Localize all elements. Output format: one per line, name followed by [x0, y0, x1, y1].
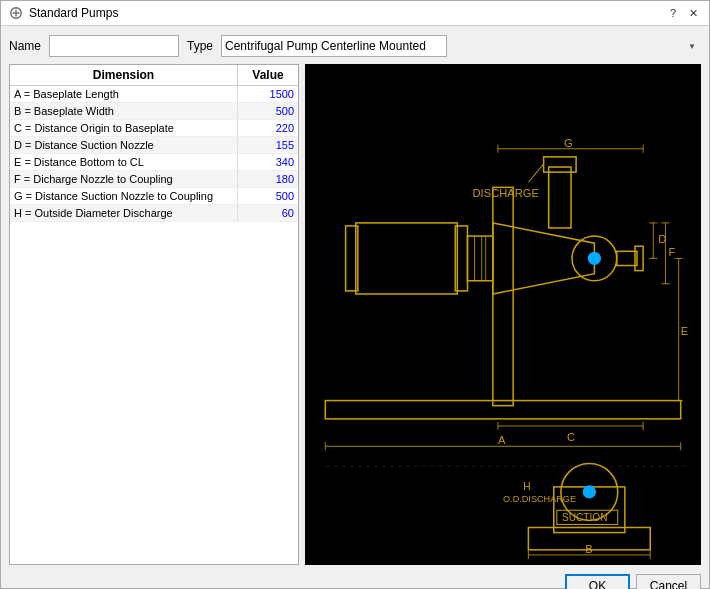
- svg-point-49: [583, 486, 595, 498]
- table-body: A = Baseplate Length 1500 B = Baseplate …: [10, 86, 298, 222]
- title-bar: Standard Pumps ? ✕: [1, 1, 709, 26]
- help-button[interactable]: ?: [665, 5, 681, 21]
- value-cell: 1500: [238, 86, 298, 102]
- table-row[interactable]: E = Distance Bottom to CL 340: [10, 154, 298, 171]
- main-window: Standard Pumps ? ✕ Name Type Centrifugal…: [0, 0, 710, 589]
- svg-text:E: E: [681, 325, 688, 337]
- svg-rect-3: [325, 401, 680, 419]
- dimensions-table: Dimension Value A = Baseplate Length 150…: [9, 64, 299, 565]
- value-cell: 180: [238, 171, 298, 187]
- diagram-panel: DISCHARGE G D: [305, 64, 701, 565]
- type-select[interactable]: Centrifugal Pump Centerline Mounted: [221, 35, 447, 57]
- svg-text:A: A: [498, 434, 506, 446]
- svg-rect-5: [356, 223, 458, 294]
- svg-rect-8: [467, 236, 492, 281]
- svg-text:B: B: [585, 543, 592, 555]
- dimension-cell: H = Outside Diameter Discharge: [10, 205, 238, 221]
- dimension-cell: F = Dicharge Nozzle to Coupling: [10, 171, 238, 187]
- title-bar-controls: ? ✕: [665, 5, 701, 21]
- table-header: Dimension Value: [10, 65, 298, 86]
- svg-text:C: C: [567, 431, 575, 443]
- svg-text:F: F: [669, 246, 676, 258]
- title-bar-left: Standard Pumps: [9, 6, 118, 20]
- top-bar: Name Type Centrifugal Pump Centerline Mo…: [9, 34, 701, 58]
- value-cell: 500: [238, 188, 298, 204]
- value-cell: 340: [238, 154, 298, 170]
- svg-text:H: H: [523, 481, 530, 492]
- name-input[interactable]: [49, 35, 179, 57]
- dimension-cell: E = Distance Bottom to CL: [10, 154, 238, 170]
- content-area: Name Type Centrifugal Pump Centerline Mo…: [1, 26, 709, 589]
- dimension-cell: A = Baseplate Length: [10, 86, 238, 102]
- table-row[interactable]: D = Distance Suction Nozzle 155: [10, 137, 298, 154]
- svg-rect-4: [493, 187, 513, 405]
- ok-button[interactable]: OK: [565, 574, 630, 589]
- svg-text:DISCHARGE: DISCHARGE: [473, 187, 539, 199]
- svg-text:G: G: [564, 137, 573, 149]
- value-cell: 60: [238, 205, 298, 221]
- table-row[interactable]: G = Distance Suction Nozzle to Coupling …: [10, 188, 298, 205]
- header-value: Value: [238, 65, 298, 85]
- svg-line-20: [528, 164, 543, 182]
- table-row[interactable]: A = Baseplate Length 1500: [10, 86, 298, 103]
- value-cell: 220: [238, 120, 298, 136]
- svg-text:O.D.DISCHARGE: O.D.DISCHARGE: [503, 494, 576, 504]
- table-row[interactable]: H = Outside Diameter Discharge 60: [10, 205, 298, 222]
- name-label: Name: [9, 39, 41, 53]
- type-label: Type: [187, 39, 213, 53]
- svg-rect-15: [617, 251, 637, 265]
- svg-rect-16: [635, 246, 643, 270]
- value-cell: 155: [238, 137, 298, 153]
- dimension-cell: G = Distance Suction Nozzle to Coupling: [10, 188, 238, 204]
- cancel-button[interactable]: Cancel: [636, 574, 701, 589]
- header-dimension: Dimension: [10, 65, 238, 85]
- type-select-wrapper: Centrifugal Pump Centerline Mounted: [221, 35, 701, 57]
- bottom-bar: OK Cancel: [9, 571, 701, 589]
- dimension-cell: C = Distance Origin to Baseplate: [10, 120, 238, 136]
- pump-diagram: DISCHARGE G D: [305, 64, 701, 565]
- pump-icon: [9, 6, 23, 20]
- value-cell: 500: [238, 103, 298, 119]
- svg-marker-12: [493, 223, 595, 294]
- close-button[interactable]: ✕: [685, 5, 701, 21]
- svg-text:SUCTION: SUCTION: [562, 512, 608, 523]
- svg-point-14: [588, 252, 600, 264]
- dimension-cell: D = Distance Suction Nozzle: [10, 137, 238, 153]
- main-content: Dimension Value A = Baseplate Length 150…: [9, 64, 701, 565]
- table-row[interactable]: F = Dicharge Nozzle to Coupling 180: [10, 171, 298, 188]
- table-row[interactable]: C = Distance Origin to Baseplate 220: [10, 120, 298, 137]
- table-row[interactable]: B = Baseplate Width 500: [10, 103, 298, 120]
- svg-rect-17: [549, 167, 571, 228]
- dimension-cell: B = Baseplate Width: [10, 103, 238, 119]
- window-title: Standard Pumps: [29, 6, 118, 20]
